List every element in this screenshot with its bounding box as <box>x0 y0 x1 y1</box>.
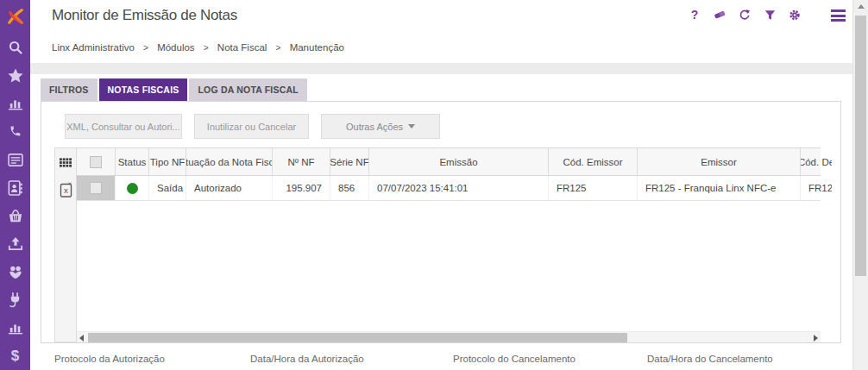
table-row[interactable]: Saída Autorizado 195.907 856 07/07/2023 … <box>77 176 821 201</box>
star-icon <box>8 68 23 83</box>
sidebar-item-contacts[interactable] <box>0 173 30 202</box>
row-serie-nf: 856 <box>330 176 369 200</box>
label-datahora-autorizacao: Data/Hora da Autorização <box>250 354 364 364</box>
table-empty-area <box>77 201 821 331</box>
table-grid: Status Tipo NF Situação da Nota Fiscal N… <box>77 147 821 342</box>
section-divider <box>30 63 852 74</box>
status-green-dot <box>127 183 138 194</box>
sidebar-item-community[interactable] <box>0 258 30 286</box>
sidebar: $ <box>0 0 30 370</box>
breadcrumb-item[interactable]: Linx Administrativo <box>52 42 135 53</box>
label-datahora-cancelamento: Data/Hora do Cancelamento <box>647 354 773 364</box>
col-situacao[interactable]: Situação da Nota Fiscal <box>186 148 273 175</box>
row-situacao: Autorizado <box>186 176 273 200</box>
plug-icon <box>8 292 22 308</box>
horizontal-scrollbar[interactable] <box>77 331 821 342</box>
dollar-icon: $ <box>11 348 19 365</box>
row-tipo-nf: Saída <box>149 176 186 200</box>
card-list-icon <box>8 154 23 166</box>
col-emissor[interactable]: Emissor <box>638 148 801 175</box>
breadcrumb-separator: > <box>143 43 148 53</box>
notas-table: x Status Tipo NF Situação da Nota Fiscal… <box>54 147 821 342</box>
linx-logo-icon <box>6 7 25 26</box>
basket-icon <box>8 209 23 223</box>
col-emissao[interactable]: Emissão <box>369 148 549 175</box>
tab-filtros[interactable]: FILTROS <box>41 78 97 101</box>
breadcrumb-separator: > <box>204 43 209 53</box>
menu-icon[interactable] <box>831 9 846 24</box>
search-icon <box>8 40 23 55</box>
sidebar-item-upload[interactable] <box>0 229 30 258</box>
breadcrumb-item[interactable]: Nota Fiscal <box>217 42 267 53</box>
sidebar-item-search[interactable] <box>0 34 30 62</box>
community-heart-icon <box>8 265 23 279</box>
col-numero-nf[interactable]: Nº NF <box>273 148 330 175</box>
row-emissor: FR125 - Franquia Linx NFC-e <box>638 176 801 200</box>
col-cod-destinatario[interactable]: Cód. De <box>801 148 832 175</box>
sidebar-item-analytics[interactable] <box>0 314 30 342</box>
upload-icon <box>8 236 23 251</box>
row-numero-nf: 195.907 <box>273 176 330 200</box>
col-status[interactable]: Status <box>116 148 149 175</box>
label-protocolo-cancelamento: Protocolo do Cancelamento <box>453 354 576 364</box>
scroll-right-icon[interactable] <box>814 335 818 342</box>
sidebar-item-integrations[interactable] <box>0 285 30 314</box>
refresh-icon[interactable] <box>739 8 751 22</box>
inutilizar-cancelar-button[interactable]: Inutilizar ou Cancelar <box>194 114 309 139</box>
select-all-checkbox[interactable] <box>90 156 102 168</box>
toolbar: XML, Consultar ou Autori... Inutilizar o… <box>41 102 840 139</box>
xml-file-icon[interactable]: x <box>60 177 72 202</box>
bar-chart-icon <box>8 97 23 110</box>
main-area: Monitor de Emissão de Notas ? <box>30 0 852 370</box>
column-chooser-icon[interactable] <box>60 148 72 177</box>
app-window: $ Monitor de Emissão de Notas ? <box>0 0 868 370</box>
scroll-up-icon[interactable] <box>858 4 865 9</box>
sidebar-item-phone[interactable] <box>0 117 30 146</box>
sidebar-item-reports[interactable] <box>0 90 30 118</box>
tab-notas-fiscais[interactable]: NOTAS FISCAIS <box>99 78 188 101</box>
vertical-scroll-thumb[interactable] <box>855 16 866 276</box>
col-cod-emissor[interactable]: Cód. Emissor <box>549 148 638 175</box>
scroll-left-icon[interactable] <box>79 335 84 342</box>
breadcrumb: Linx Administrativo > Módulos > Nota Fis… <box>30 33 852 63</box>
table-header-row: Status Tipo NF Situação da Nota Fiscal N… <box>77 147 821 176</box>
row-status-cell <box>116 176 149 200</box>
page-title: Monitor de Emissão de Notas <box>52 7 237 24</box>
svg-text:x: x <box>63 186 68 195</box>
row-emissao: 07/07/2023 15:41:01 <box>369 176 549 200</box>
row-checkbox[interactable] <box>90 182 102 194</box>
col-serie-nf[interactable]: Série NF <box>330 148 369 175</box>
label-protocolo-autorizacao: Protocolo da Autorização <box>54 354 165 364</box>
breadcrumb-item[interactable]: Manutenção <box>290 42 344 53</box>
table-icon-column: x <box>54 147 77 342</box>
sidebar-item-basket[interactable] <box>0 202 30 230</box>
row-select-cell <box>77 176 116 200</box>
tab-bar: FILTROS NOTAS FISCAIS LOG DA NOTA FISCAL <box>41 78 852 101</box>
outras-acoes-button[interactable]: Outras Ações <box>321 114 440 139</box>
help-icon[interactable]: ? <box>689 8 701 22</box>
gear-icon[interactable] <box>789 8 801 22</box>
detail-labels: Protocolo da Autorização Data/Hora da Au… <box>30 354 852 367</box>
vertical-scrollbar[interactable] <box>852 0 868 370</box>
breadcrumb-item[interactable]: Módulos <box>157 42 194 53</box>
row-cod-emissor: FR125 <box>549 176 638 200</box>
breadcrumb-separator: > <box>276 43 281 53</box>
tab-log-da-nota-fiscal[interactable]: LOG DA NOTA FISCAL <box>189 78 306 101</box>
sidebar-item-news[interactable] <box>0 146 30 174</box>
notas-fiscais-panel: XML, Consultar ou Autori... Inutilizar o… <box>41 101 841 343</box>
linx-logo[interactable] <box>0 0 30 34</box>
caret-down-icon <box>408 124 415 129</box>
eraser-icon[interactable] <box>714 8 726 22</box>
col-tipo-nf[interactable]: Tipo NF <box>149 148 186 175</box>
sidebar-item-finance[interactable]: $ <box>0 342 30 370</box>
topbar-icons: ? <box>689 8 801 22</box>
row-cod-destinatario: FR125 <box>801 176 832 200</box>
horizontal-scroll-thumb[interactable] <box>88 333 627 342</box>
xml-consultar-button[interactable]: XML, Consultar ou Autori... <box>65 114 182 139</box>
bar-chart2-icon <box>8 321 23 335</box>
address-book-icon <box>8 180 22 196</box>
phone-icon <box>8 124 22 139</box>
sidebar-item-favorites[interactable] <box>0 61 30 90</box>
filter-icon[interactable] <box>764 8 776 22</box>
topbar: Monitor de Emissão de Notas ? <box>30 0 852 33</box>
